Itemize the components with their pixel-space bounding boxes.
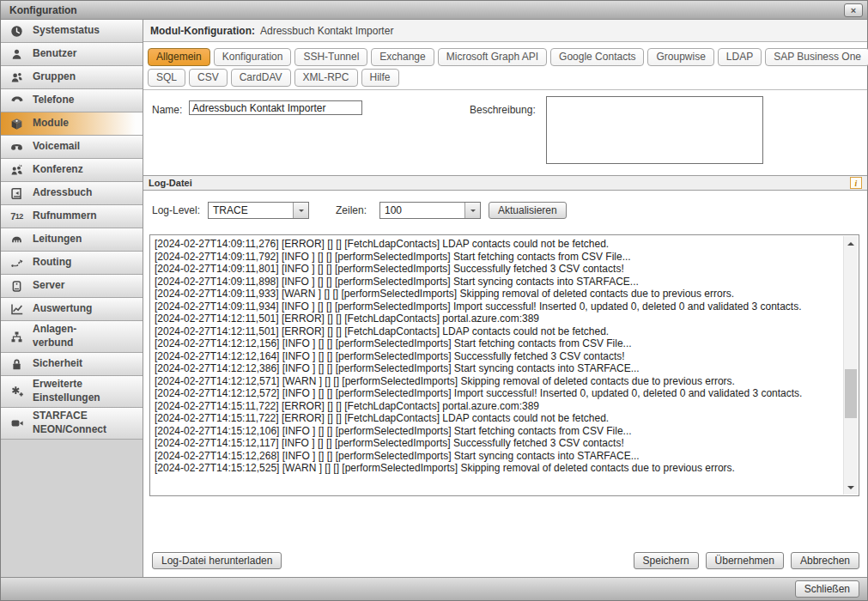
scroll-down-icon[interactable] xyxy=(844,481,858,494)
log-section-title: Log-Datei xyxy=(149,178,192,188)
log-line: [2024-02-27T14:15:12,268] [INFO ] [] [] … xyxy=(155,450,838,463)
sidebar-filler xyxy=(1,440,143,577)
sidebar-item-label: Systemstatus xyxy=(33,22,100,39)
download-log-button[interactable]: Log-Datei herunterladen xyxy=(152,552,282,569)
sidebar-item-konferenz[interactable]: Konferenz xyxy=(1,159,143,182)
log-section-header: Log-Datei i xyxy=(143,175,867,191)
sidebar-item-erweiterte-einstellungen[interactable]: Erweiterte Einstellungen xyxy=(1,376,143,408)
tab-konfiguration[interactable]: Konfiguration xyxy=(214,48,292,66)
log-line: [2024-02-27T14:12:12,164] [INFO ] [] [] … xyxy=(155,350,838,363)
tab-groupwise[interactable]: Groupwise xyxy=(647,48,713,66)
tab-ldap[interactable]: LDAP xyxy=(718,48,762,66)
sidebar-item-telefone[interactable]: Telefone xyxy=(1,89,143,112)
log-line: [2024-02-27T14:15:11,722] [ERROR] [] [] … xyxy=(155,400,838,413)
window-title: Konfiguration xyxy=(9,4,844,16)
name-input[interactable] xyxy=(189,100,362,115)
bottom-bar: Schließen xyxy=(1,577,867,600)
chevron-down-icon[interactable] xyxy=(293,203,308,218)
sidebar-item-gruppen[interactable]: Gruppen xyxy=(1,66,143,89)
sidebar: Systemstatus Benutzer Gruppen Telefone M… xyxy=(1,20,143,577)
gear-plus-icon xyxy=(1,385,33,398)
sidebar-item-label: Voicemail xyxy=(33,138,80,155)
sidebar-item-rufnummern[interactable]: 712 Rufnummern xyxy=(1,205,143,228)
tab-carddav[interactable]: CardDAV xyxy=(231,69,291,87)
log-line: [2024-02-27T14:15:12,106] [INFO ] [] [] … xyxy=(155,425,838,438)
log-level-label: Log-Level: xyxy=(152,204,208,216)
tab-xml-rpc[interactable]: XML-RPC xyxy=(294,69,358,87)
lines-icon xyxy=(1,234,33,246)
video-camera-icon xyxy=(1,416,33,430)
tab-sap-business-one[interactable]: SAP Business One xyxy=(765,48,868,66)
log-line: [2024-02-27T14:12:11,501] [ERROR] [] [] … xyxy=(155,325,838,338)
title-bar: Konfiguration × xyxy=(1,1,867,20)
voicemail-icon xyxy=(1,141,33,154)
sidebar-item-label: Leitungen xyxy=(33,231,82,248)
close-icon[interactable]: × xyxy=(844,3,863,17)
apply-button[interactable]: Übernehmen xyxy=(706,552,784,569)
scrollbar[interactable] xyxy=(843,236,858,495)
sidebar-item-systemstatus[interactable]: Systemstatus xyxy=(1,20,143,43)
tab-ssh-tunnel[interactable]: SSH-Tunnel xyxy=(294,48,367,66)
sidebar-item-sicherheit[interactable]: Sicherheit xyxy=(1,353,143,376)
sidebar-item-anlagenverbund[interactable]: Anlagen- verbund xyxy=(1,321,143,353)
sidebar-item-label: Sicherheit xyxy=(33,355,82,373)
sidebar-item-label: Rufnummern xyxy=(33,208,97,225)
log-level-select[interactable]: TRACE xyxy=(208,202,309,219)
sidebar-item-routing[interactable]: Routing xyxy=(1,252,143,275)
tab-exchange[interactable]: Exchange xyxy=(371,48,434,66)
sidebar-item-label: Gruppen xyxy=(33,69,76,86)
tab-google-contacts[interactable]: Google Contacts xyxy=(550,48,644,66)
cancel-button[interactable]: Abbrechen xyxy=(791,552,859,569)
sidebar-item-label: Telefone xyxy=(33,92,74,109)
network-icon xyxy=(1,331,33,343)
sidebar-item-label: Benutzer xyxy=(33,46,76,63)
log-output[interactable]: [2024-02-27T14:09:11,276] [ERROR] [] [] … xyxy=(149,234,859,496)
sidebar-item-auswertung[interactable]: Auswertung xyxy=(1,298,143,321)
sidebar-item-module[interactable]: Module xyxy=(1,112,143,136)
log-line: [2024-02-27T14:09:11,934] [INFO ] [] [] … xyxy=(155,300,838,313)
tab-allgemein[interactable]: Allgemein xyxy=(148,48,210,66)
sidebar-item-voicemail[interactable]: Voicemail xyxy=(1,136,143,159)
close-button[interactable]: Schließen xyxy=(795,580,859,598)
sidebar-item-label: Anlagen- verbund xyxy=(33,321,76,351)
sidebar-item-adressbuch[interactable]: Adressbuch xyxy=(1,182,143,205)
main-panel: Modul-Konfiguration: Adressbuch Kontakt … xyxy=(143,20,867,577)
sidebar-item-starface-neon[interactable]: STARFACE NEON/Connect xyxy=(1,408,143,440)
scroll-up-icon[interactable] xyxy=(844,237,858,250)
sidebar-item-label: Konferenz xyxy=(33,161,83,179)
scrollbar-thumb[interactable] xyxy=(845,369,857,418)
refresh-button[interactable]: Aktualisieren xyxy=(489,202,567,219)
tab-sql[interactable]: SQL xyxy=(148,69,185,87)
tab-hilfe[interactable]: Hilfe xyxy=(361,69,399,87)
users-icon xyxy=(1,71,33,84)
sidebar-item-label: Module xyxy=(33,115,69,132)
log-line: [2024-02-27T14:12:11,501] [ERROR] [] [] … xyxy=(155,313,838,325)
info-icon[interactable]: i xyxy=(850,177,862,189)
configuration-window: Konfiguration × Systemstatus Benutzer Gr… xyxy=(0,0,868,601)
log-controls: Log-Level: TRACE Zeilen: 100 Aktualisier… xyxy=(143,191,867,228)
sidebar-item-benutzer[interactable]: Benutzer xyxy=(1,43,143,66)
description-label: Beschreibung: xyxy=(470,104,536,116)
tab-microsoft-graph-api[interactable]: Microsoft Graph API xyxy=(438,48,547,66)
log-line: [2024-02-27T14:12:12,386] [INFO ] [] [] … xyxy=(155,362,838,375)
log-line: [2024-02-27T14:09:11,276] [ERROR] [] [] … xyxy=(155,238,838,251)
server-icon xyxy=(1,280,33,293)
rows-label: Zeilen: xyxy=(336,204,379,216)
action-bar: Log-Datei herunterladen Speichern Überne… xyxy=(143,552,867,569)
sidebar-item-leitungen[interactable]: Leitungen xyxy=(1,228,143,252)
module-header-value: Adressbuch Kontakt Importer xyxy=(260,25,393,37)
log-line: [2024-02-27T14:12:12,571] [WARN ] [] [] … xyxy=(155,375,838,388)
save-button[interactable]: Speichern xyxy=(634,552,699,569)
rows-value: 100 xyxy=(380,203,464,218)
description-textarea[interactable] xyxy=(546,96,763,164)
sidebar-item-label: Adressbuch xyxy=(33,185,92,202)
rows-select[interactable]: 100 xyxy=(379,202,481,219)
general-form: Name: Beschreibung: xyxy=(143,90,867,175)
tab-row-2: SQL CSV CardDAV XML-RPC Hilfe xyxy=(148,69,863,87)
tab-csv[interactable]: CSV xyxy=(189,69,228,87)
cube-icon xyxy=(1,118,33,131)
sidebar-item-server[interactable]: Server xyxy=(1,275,143,298)
chevron-down-icon[interactable] xyxy=(464,203,480,218)
numbers-icon: 712 xyxy=(1,211,33,222)
window-body: Systemstatus Benutzer Gruppen Telefone M… xyxy=(1,20,867,577)
